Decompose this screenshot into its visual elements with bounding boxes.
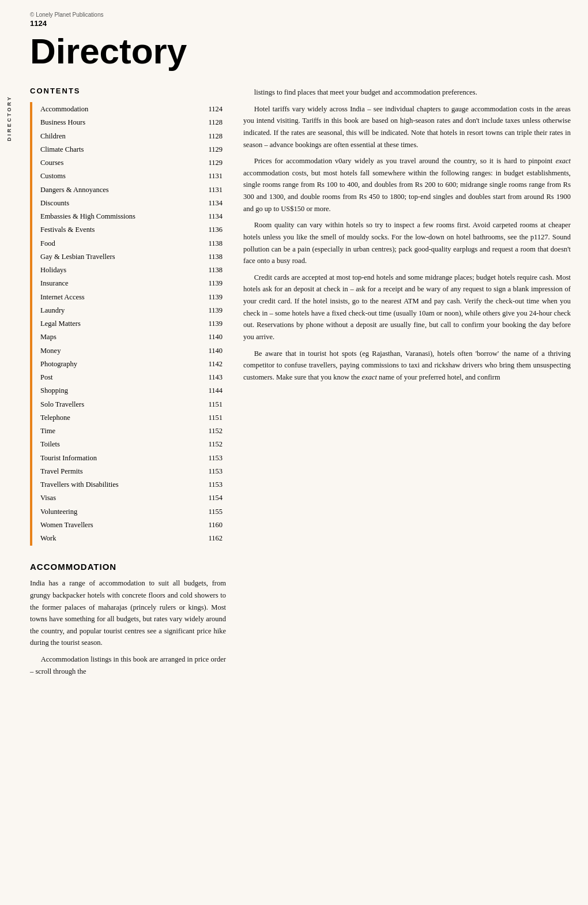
contents-item-label: Toilets: [40, 438, 197, 450]
contents-item-label: Customs: [40, 170, 197, 182]
contents-item-label: Business Hours: [40, 117, 197, 129]
table-row: Embassies & High Commissions1134: [40, 211, 225, 223]
table-row: Gay & Lesbian Travellers1138: [40, 251, 225, 263]
contents-item-label: Travel Permits: [40, 465, 197, 478]
table-row: Holidays1138: [40, 264, 225, 276]
contents-item-label: Festivals & Events: [40, 224, 197, 236]
table-row: Accommodation1124: [40, 103, 225, 115]
page: DIRECTORY © Lonely Planet Publications 1…: [0, 0, 588, 905]
table-row: Customs1131: [40, 170, 225, 182]
table-row: Climate Charts1129: [40, 144, 225, 156]
contents-item-label: Legal Matters: [40, 318, 197, 330]
table-row: Time1152: [40, 425, 225, 437]
contents-item-page: 1139: [198, 291, 225, 303]
contents-item-page: 1139: [198, 305, 225, 317]
contents-item-page: 1136: [198, 224, 225, 236]
right-para-5: Be aware that in tourist hot spots (eg R…: [243, 348, 571, 384]
contents-item-label: Solo Travellers: [40, 399, 197, 411]
contents-item-page: 1139: [198, 318, 225, 330]
contents-heading: CONTENTS: [30, 87, 226, 95]
contents-item-page: 1160: [198, 519, 225, 531]
right-para-1: Hotel tariffs vary widely across India –…: [243, 103, 571, 151]
contents-item-page: 1155: [198, 506, 225, 518]
contents-item-label: Courses: [40, 157, 197, 169]
contents-item-page: 1131: [198, 170, 225, 182]
contents-item-page: 1154: [198, 492, 225, 504]
page-title: Directory: [30, 33, 571, 69]
right-para-4: Credit cards are accepted at most top-en…: [243, 272, 571, 343]
accommodation-para-1: India has a range of accommodation to su…: [30, 577, 226, 649]
left-column: CONTENTS Accommodation1124Business Hours…: [30, 87, 226, 682]
contents-item-page: 1138: [198, 238, 225, 250]
table-row: Discounts1134: [40, 197, 225, 209]
accommodation-para-2: Accommodation listings in this book are …: [30, 654, 226, 677]
table-row: Work1162: [40, 532, 225, 544]
contents-item-label: Internet Access: [40, 291, 197, 303]
contents-item-label: Food: [40, 238, 197, 250]
contents-item-page: 1153: [198, 452, 225, 464]
right-col-body: listings to find places that meet your b…: [243, 87, 571, 383]
contents-table-container: Accommodation1124Business Hours1128Child…: [30, 102, 226, 546]
contents-item-label: Holidays: [40, 264, 197, 276]
contents-item-label: Visas: [40, 492, 197, 504]
sidebar: DIRECTORY: [0, 0, 18, 905]
accommodation-body: India has a range of accommodation to su…: [30, 577, 226, 677]
contents-item-page: 1151: [198, 412, 225, 424]
table-row: Solo Travellers1151: [40, 399, 225, 411]
contents-item-label: Laundry: [40, 305, 197, 317]
table-row: Photography1142: [40, 358, 225, 370]
table-row: Maps1140: [40, 331, 225, 343]
contents-item-label: Discounts: [40, 197, 197, 209]
contents-item-page: 1140: [198, 345, 225, 357]
contents-item-page: 1162: [198, 532, 225, 544]
contents-item-label: Tourist Information: [40, 452, 197, 464]
contents-item-page: 1138: [198, 264, 225, 276]
table-row: Shopping1144: [40, 385, 225, 397]
table-row: Women Travellers1160: [40, 519, 225, 531]
right-para-3: Room quality can vary within hotels so t…: [243, 219, 571, 267]
table-row: Tourist Information1153: [40, 452, 225, 464]
table-row: Volunteering1155: [40, 506, 225, 518]
contents-item-page: 1153: [198, 479, 225, 491]
contents-item-page: 1129: [198, 144, 225, 156]
contents-item-page: 1139: [198, 277, 225, 290]
contents-item-label: Maps: [40, 331, 197, 343]
contents-item-label: Children: [40, 130, 197, 142]
contents-item-page: 1134: [198, 197, 225, 209]
table-row: Laundry1139: [40, 305, 225, 317]
contents-item-page: 1124: [198, 103, 225, 115]
contents-item-label: Travellers with Disabilities: [40, 479, 197, 491]
table-row: Toilets1152: [40, 438, 225, 450]
table-row: Food1138: [40, 238, 225, 250]
contents-item-page: 1129: [198, 157, 225, 169]
contents-item-page: 1131: [198, 184, 225, 196]
contents-item-page: 1143: [198, 371, 225, 384]
table-row: Money1140: [40, 345, 225, 357]
right-para-2: Prices for accommodation v0ary widely as…: [243, 155, 571, 215]
contents-item-label: Insurance: [40, 277, 197, 290]
right-column: listings to find places that meet your b…: [243, 87, 571, 682]
contents-item-label: Accommodation: [40, 103, 197, 115]
contents-item-label: Photography: [40, 358, 197, 370]
table-row: Travellers with Disabilities1153: [40, 479, 225, 491]
contents-item-page: 1134: [198, 211, 225, 223]
contents-item-page: 1142: [198, 358, 225, 370]
table-row: Legal Matters1139: [40, 318, 225, 330]
contents-item-page: 1140: [198, 331, 225, 343]
main-content: © Lonely Planet Publications 1124 Direct…: [18, 0, 588, 905]
contents-item-label: Embassies & High Commissions: [40, 211, 197, 223]
two-column-layout: CONTENTS Accommodation1124Business Hours…: [30, 87, 571, 682]
contents-item-label: Dangers & Annoyances: [40, 184, 197, 196]
contents-item-label: Women Travellers: [40, 519, 197, 531]
table-row: Travel Permits1153: [40, 465, 225, 478]
table-row: Business Hours1128: [40, 117, 225, 129]
contents-item-page: 1138: [198, 251, 225, 263]
contents-item-page: 1152: [198, 438, 225, 450]
contents-item-label: Shopping: [40, 385, 197, 397]
table-row: Courses1129: [40, 157, 225, 169]
table-row: Visas1154: [40, 492, 225, 504]
page-number: 1124: [30, 19, 571, 28]
table-row: Festivals & Events1136: [40, 224, 225, 236]
contents-item-label: Money: [40, 345, 197, 357]
contents-item-page: 1128: [198, 130, 225, 142]
